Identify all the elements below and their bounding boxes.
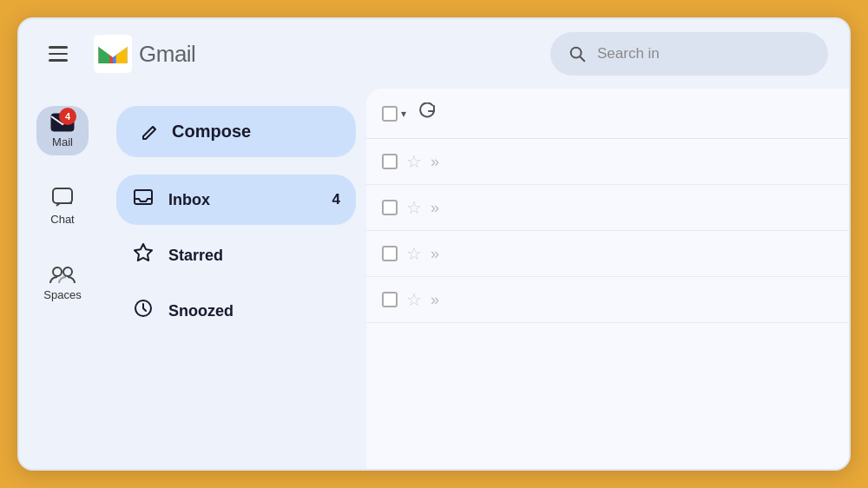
star-icon[interactable]: ☆ bbox=[406, 289, 422, 310]
svg-point-6 bbox=[63, 267, 72, 276]
search-bar[interactable]: Search in bbox=[550, 32, 828, 76]
sidebar-item-inbox[interactable]: Inbox 4 bbox=[116, 175, 356, 225]
mail-badge: 4 bbox=[59, 108, 76, 125]
row-checkbox[interactable] bbox=[382, 292, 398, 307]
sidebar-item-mail[interactable]: 4 Mail bbox=[36, 106, 89, 155]
refresh-icon[interactable] bbox=[418, 102, 436, 124]
app-frame: Gmail Search in 4 Mail bbox=[17, 17, 851, 471]
hamburger-menu-button[interactable] bbox=[40, 37, 76, 70]
app-title: Gmail bbox=[139, 41, 195, 68]
forward-icon: » bbox=[431, 245, 439, 263]
forward-icon: » bbox=[431, 199, 439, 217]
compose-label: Compose bbox=[172, 122, 251, 142]
search-placeholder-text[interactable]: Search in bbox=[597, 45, 811, 63]
sidebar: Compose Inbox 4 bbox=[106, 89, 366, 469]
table-row[interactable]: ☆ » bbox=[366, 185, 849, 231]
email-list-toolbar: ▾ bbox=[366, 89, 849, 139]
inbox-label: Inbox bbox=[168, 191, 319, 209]
starred-label: Starred bbox=[168, 247, 340, 265]
search-icon bbox=[568, 44, 587, 63]
svg-rect-4 bbox=[53, 188, 72, 203]
snoozed-icon bbox=[132, 298, 155, 324]
spaces-icon bbox=[49, 264, 76, 285]
compose-button[interactable]: Compose bbox=[116, 106, 356, 157]
svg-line-2 bbox=[580, 56, 584, 61]
table-row[interactable]: ☆ » bbox=[366, 231, 849, 277]
row-checkbox[interactable] bbox=[382, 246, 398, 261]
gmail-logo-icon bbox=[94, 35, 132, 73]
hamburger-line bbox=[49, 59, 68, 62]
svg-point-5 bbox=[53, 267, 62, 276]
table-row[interactable]: ☆ » bbox=[366, 139, 849, 185]
sidebar-item-spaces[interactable]: Spaces bbox=[30, 257, 95, 308]
inbox-count: 4 bbox=[332, 191, 340, 208]
snoozed-label: Snoozed bbox=[168, 302, 340, 320]
star-icon[interactable]: ☆ bbox=[406, 197, 422, 218]
forward-icon: » bbox=[431, 291, 439, 309]
select-checkbox[interactable] bbox=[382, 106, 398, 122]
star-icon[interactable]: ☆ bbox=[406, 151, 422, 172]
row-checkbox[interactable] bbox=[382, 154, 398, 169]
select-all-checkbox[interactable]: ▾ bbox=[382, 106, 406, 122]
email-rows: ☆ » ☆ » ☆ » ☆ » bbox=[366, 139, 849, 323]
hamburger-line bbox=[49, 53, 68, 56]
chat-icon bbox=[51, 187, 74, 209]
row-checkbox[interactable] bbox=[382, 200, 398, 215]
inbox-icon bbox=[132, 187, 155, 213]
main-body: 4 Mail Chat bbox=[19, 89, 849, 469]
select-chevron-icon[interactable]: ▾ bbox=[401, 108, 406, 120]
star-icon[interactable]: ☆ bbox=[406, 243, 422, 264]
logo-area: Gmail bbox=[94, 35, 195, 73]
sidebar-item-snoozed[interactable]: Snoozed bbox=[116, 286, 356, 336]
svg-marker-8 bbox=[135, 244, 152, 260]
spaces-nav-label: Spaces bbox=[43, 288, 81, 301]
table-row[interactable]: ☆ » bbox=[366, 277, 849, 323]
email-list: ▾ ☆ » ☆ » bbox=[366, 89, 849, 469]
forward-icon: » bbox=[431, 153, 439, 171]
header: Gmail Search in bbox=[19, 19, 849, 89]
starred-icon bbox=[132, 242, 155, 268]
hamburger-line bbox=[49, 46, 68, 49]
sidebar-item-starred[interactable]: Starred bbox=[116, 230, 356, 280]
chat-nav-label: Chat bbox=[50, 213, 74, 226]
compose-icon bbox=[141, 122, 160, 142]
mail-nav-label: Mail bbox=[52, 135, 73, 148]
sidebar-item-chat[interactable]: Chat bbox=[36, 180, 88, 233]
left-nav-mini: 4 Mail Chat bbox=[19, 89, 106, 469]
